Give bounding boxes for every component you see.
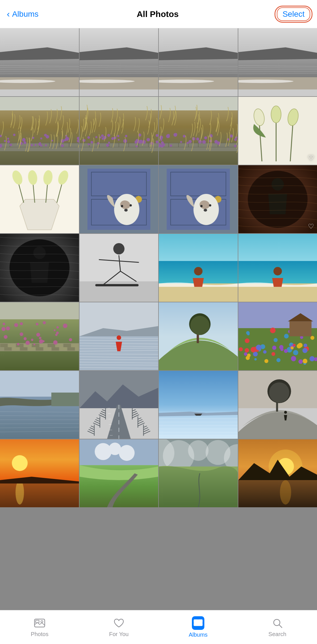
- photo-cell[interactable]: [238, 302, 317, 370]
- svg-rect-4: [194, 619, 198, 622]
- photo-cell[interactable]: [159, 97, 238, 165]
- photo-cell[interactable]: [238, 371, 317, 439]
- back-label[interactable]: Albums: [12, 10, 38, 19]
- photo-cell[interactable]: [238, 28, 317, 96]
- svg-rect-5: [198, 619, 203, 622]
- photo-cell[interactable]: [80, 97, 158, 165]
- photo-cell[interactable]: [159, 302, 238, 370]
- photo-cell[interactable]: [159, 371, 238, 439]
- tab-albums[interactable]: Albums: [158, 610, 238, 644]
- tab-photos[interactable]: Photos: [0, 610, 79, 644]
- tab-photos-label: Photos: [31, 631, 48, 637]
- photo-cell[interactable]: [238, 234, 317, 302]
- photo-grid: ♡♡: [0, 28, 317, 610]
- page-title: All Photos: [137, 9, 179, 19]
- favorite-heart-icon: ♡: [308, 154, 314, 162]
- svg-rect-6: [194, 623, 202, 626]
- photo-cell[interactable]: [80, 371, 158, 439]
- photo-cell[interactable]: [80, 28, 158, 96]
- photo-cell[interactable]: [159, 28, 238, 96]
- photo-cell[interactable]: [80, 439, 158, 507]
- tab-search[interactable]: Search: [238, 610, 317, 644]
- photo-cell[interactable]: [0, 302, 79, 370]
- photo-cell[interactable]: [0, 234, 79, 302]
- photo-cell[interactable]: [80, 302, 158, 370]
- photo-cell[interactable]: [0, 165, 79, 233]
- photo-cell[interactable]: [0, 97, 79, 165]
- photo-cell[interactable]: ♡: [238, 165, 317, 233]
- nav-bar: ‹ Albums All Photos Select: [0, 0, 317, 28]
- photo-cell[interactable]: [0, 28, 79, 96]
- photo-cell[interactable]: [0, 439, 79, 507]
- back-button[interactable]: ‹ Albums: [7, 9, 38, 19]
- photo-cell[interactable]: [238, 439, 317, 507]
- tab-search-label: Search: [268, 631, 286, 637]
- photo-cell[interactable]: [80, 234, 158, 302]
- photo-cell[interactable]: [159, 165, 238, 233]
- favorite-heart-icon: ♡: [308, 222, 314, 230]
- tab-albums-label: Albums: [189, 632, 208, 638]
- svg-point-2: [41, 621, 43, 623]
- photo-cell[interactable]: [80, 165, 158, 233]
- photo-cell[interactable]: ♡: [238, 97, 317, 165]
- tab-for-you[interactable]: For You: [79, 610, 158, 644]
- select-button[interactable]: Select: [277, 7, 310, 21]
- photo-cell[interactable]: [159, 439, 238, 507]
- chevron-left-icon: ‹: [7, 9, 10, 19]
- photo-cell[interactable]: [159, 234, 238, 302]
- photo-cell[interactable]: [0, 371, 79, 439]
- tab-bar: Photos For You Albums Search: [0, 610, 317, 644]
- tab-for-you-label: For You: [109, 631, 129, 637]
